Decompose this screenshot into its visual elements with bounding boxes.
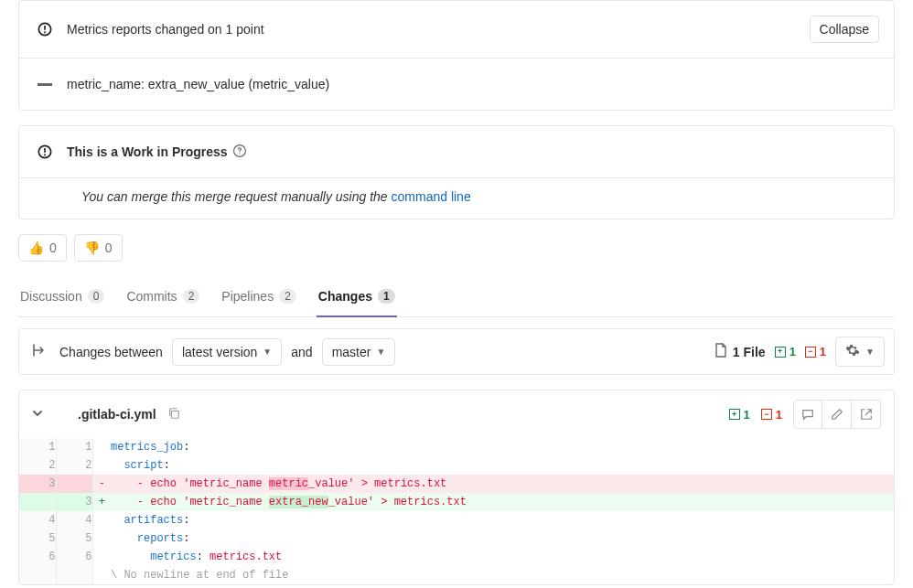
file-count: 1 File <box>714 343 766 360</box>
wip-panel: This is a Work in Progress You can merge… <box>18 125 895 219</box>
new-line-number[interactable]: 5 <box>56 529 92 548</box>
old-line-number[interactable] <box>19 493 56 511</box>
file-lines-deleted: − 1 <box>761 408 782 422</box>
metrics-header-row: Metrics reports changed on 1 point Colla… <box>19 1 894 59</box>
thumbs-up-icon: 👍 <box>28 241 44 255</box>
file-icon <box>714 343 727 360</box>
file-lines-added-count: 1 <box>744 408 750 422</box>
diff-code: artifacts: <box>111 511 894 529</box>
diff-line: 3- - echo 'metric_name metric_value' > m… <box>19 475 894 493</box>
version-from-dropdown[interactable]: latest version ▼ <box>172 338 282 366</box>
old-line-number[interactable]: 1 <box>19 438 56 456</box>
svg-point-2 <box>45 32 46 33</box>
collapse-file-button[interactable] <box>32 407 43 422</box>
diff-sign <box>92 548 111 566</box>
old-line-number[interactable]: 4 <box>19 511 56 529</box>
lines-deleted-count: 1 <box>820 345 826 358</box>
plus-icon: + <box>729 409 740 420</box>
diff-code: reports: <box>111 529 894 548</box>
and-label: and <box>291 345 312 359</box>
edit-button[interactable] <box>822 400 852 429</box>
diff-code: - echo 'metric_name metric_value' > metr… <box>111 475 894 493</box>
diff-code: metrics: metrics.txt <box>111 548 894 566</box>
diff-sign: + <box>92 493 111 511</box>
diff-file-header: .gitlab-ci.yml + 1 − 1 <box>19 390 894 438</box>
diff-code: script: <box>111 456 894 475</box>
external-link-button[interactable] <box>852 400 881 429</box>
tab-pipelines[interactable]: Pipelines 2 <box>220 280 298 316</box>
warning-icon <box>34 18 56 40</box>
file-count-text: 1 File <box>733 345 766 359</box>
diff-sign <box>92 529 111 548</box>
help-icon[interactable] <box>233 144 246 160</box>
reactions-bar: 👍 0 👎 0 <box>18 234 895 262</box>
chevron-down-icon: ▼ <box>376 347 385 357</box>
old-line-number[interactable]: 5 <box>19 529 56 548</box>
settings-dropdown[interactable]: ▼ <box>835 337 885 367</box>
new-line-number[interactable]: 4 <box>56 511 92 529</box>
command-line-link[interactable]: command line <box>392 189 471 204</box>
diff-line: 55 reports: <box>19 529 894 548</box>
old-line-number[interactable]: 6 <box>19 548 56 566</box>
no-newline-row: \ No newline at end of file <box>19 566 894 584</box>
metrics-detail-row: metric_name: extra_new_value (metric_val… <box>19 59 894 110</box>
metrics-report-panel: Metrics reports changed on 1 point Colla… <box>18 0 895 111</box>
copy-path-button[interactable] <box>167 407 180 422</box>
file-name: .gitlab-ci.yml <box>78 407 156 422</box>
diff-line: 66 metrics: metrics.txt <box>19 548 894 566</box>
lines-added: + 1 <box>775 345 796 358</box>
new-line-number[interactable]: 6 <box>56 548 92 566</box>
file-lines-deleted-count: 1 <box>776 408 782 422</box>
new-line-number[interactable]: 1 <box>56 438 92 456</box>
no-newline-text: \ No newline at end of file <box>111 566 894 584</box>
thumbs-down-button[interactable]: 👎 0 <box>74 234 123 262</box>
version-to-dropdown[interactable]: master ▼ <box>322 338 396 366</box>
version-from-label: latest version <box>182 345 257 359</box>
changes-between-label: Changes between <box>59 345 163 359</box>
diff-sign <box>92 438 111 456</box>
minus-icon: − <box>805 347 816 358</box>
thumbs-down-count: 0 <box>105 241 113 255</box>
diff-code: metrics_job: <box>111 438 894 456</box>
thumbs-down-icon: 👎 <box>84 241 100 255</box>
tab-pipelines-count: 2 <box>279 289 296 304</box>
metrics-title: Metrics reports changed on 1 point <box>67 22 810 37</box>
new-line-number[interactable]: 3 <box>56 493 92 511</box>
chevron-down-icon: ▼ <box>263 347 272 357</box>
mr-tabs: Discussion 0 Commits 2 Pipelines 2 Chang… <box>18 280 895 317</box>
wip-merge-prefix: You can merge this merge request manuall… <box>81 189 392 204</box>
thumbs-up-button[interactable]: 👍 0 <box>18 234 67 262</box>
wip-merge-row: You can merge this merge request manuall… <box>19 178 894 219</box>
new-line-number[interactable]: 2 <box>56 456 92 475</box>
collapse-button[interactable]: Collapse <box>810 16 879 43</box>
diff-table: 11metrics_job:22 script:3- - echo 'metri… <box>19 438 894 584</box>
tab-discussion[interactable]: Discussion 0 <box>18 280 106 316</box>
file-actions <box>793 400 881 429</box>
old-line-number[interactable]: 3 <box>19 475 56 493</box>
tab-discussion-count: 0 <box>88 289 105 304</box>
version-to-label: master <box>332 345 371 359</box>
new-line-number[interactable] <box>56 475 92 493</box>
chevron-down-icon: ▼ <box>865 347 875 357</box>
tab-commits[interactable]: Commits 2 <box>124 280 201 316</box>
changes-toolbar: Changes between latest version ▼ and mas… <box>18 328 895 375</box>
file-lines-added: + 1 <box>729 408 750 422</box>
tab-changes-count: 1 <box>378 289 395 304</box>
diff-line: 22 script: <box>19 456 894 475</box>
tree-toggle-icon[interactable] <box>28 343 50 360</box>
svg-point-5 <box>45 155 46 155</box>
tab-commits-count: 2 <box>183 289 200 304</box>
lines-added-count: 1 <box>789 345 796 358</box>
gear-icon <box>845 343 860 360</box>
old-line-number[interactable]: 2 <box>19 456 56 475</box>
warning-icon <box>34 141 56 163</box>
diff-code: - echo 'metric_name extra_new_value' > m… <box>111 493 894 511</box>
comment-button[interactable] <box>793 400 822 429</box>
tab-commits-label: Commits <box>126 289 177 304</box>
tab-changes[interactable]: Changes 1 <box>317 280 397 316</box>
svg-point-7 <box>239 153 240 154</box>
tab-pipelines-label: Pipelines <box>221 289 274 304</box>
tab-changes-label: Changes <box>318 289 372 304</box>
lines-deleted: − 1 <box>805 345 826 358</box>
diff-line: 3+ - echo 'metric_name extra_new_value' … <box>19 493 894 511</box>
